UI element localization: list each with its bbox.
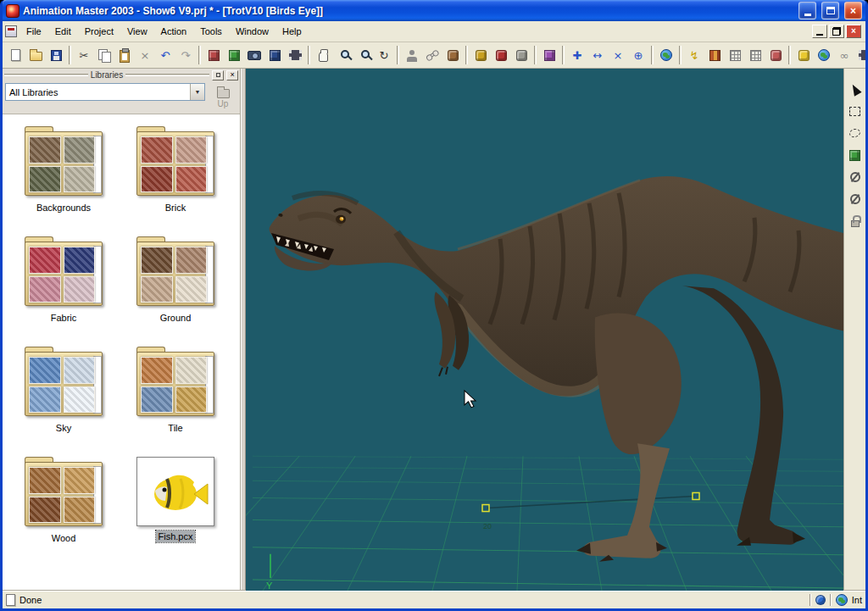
redo-button[interactable]: ↷ bbox=[175, 45, 196, 65]
up-button[interactable]: Up bbox=[209, 83, 237, 112]
muscle-mode-button[interactable] bbox=[422, 45, 442, 65]
light-tool-button[interactable] bbox=[793, 45, 814, 65]
child-minimize-button[interactable] bbox=[812, 25, 827, 38]
panel-pin-button[interactable] bbox=[212, 70, 224, 81]
library-item-tile[interactable]: Tile bbox=[125, 347, 226, 434]
paste-button[interactable] bbox=[114, 45, 135, 65]
scale-manipulator-button[interactable]: × bbox=[608, 45, 628, 65]
menu-item-file[interactable]: File bbox=[19, 24, 48, 39]
menu-item-tools[interactable]: Tools bbox=[193, 24, 229, 39]
grid-edit-button[interactable] bbox=[725, 45, 745, 65]
skeletal-mode-icon bbox=[407, 57, 417, 62]
copy-button[interactable] bbox=[94, 45, 114, 65]
child-restore-button[interactable] bbox=[829, 25, 844, 38]
film-tool-button[interactable] bbox=[854, 45, 865, 65]
save-project-button[interactable] bbox=[46, 45, 66, 65]
rotate-widget-button[interactable] bbox=[845, 167, 865, 187]
simulate-button[interactable]: ↯ bbox=[684, 45, 704, 65]
setup-tool-button[interactable] bbox=[470, 45, 491, 65]
viewport[interactable]: 20 Y bbox=[246, 69, 843, 591]
new-project-button[interactable] bbox=[5, 45, 25, 65]
panel-close-button[interactable]: × bbox=[226, 70, 238, 81]
combo-dropdown-icon[interactable]: ▼ bbox=[190, 84, 204, 100]
render-mode-button[interactable] bbox=[539, 45, 559, 65]
child-close-button[interactable]: × bbox=[846, 25, 861, 38]
library-item-label: Brick bbox=[163, 202, 188, 214]
world-view-button[interactable] bbox=[656, 45, 676, 65]
menu-item-view[interactable]: View bbox=[120, 24, 154, 39]
delete-button[interactable]: × bbox=[135, 45, 155, 65]
bones-mode-button[interactable] bbox=[442, 45, 463, 65]
close-button[interactable]: × bbox=[844, 2, 862, 19]
pan-tool-icon bbox=[319, 52, 328, 62]
folder-up-icon bbox=[217, 89, 230, 98]
viewport-canvas[interactable]: 20 Y bbox=[246, 69, 843, 591]
repair-tool-icon bbox=[496, 50, 507, 61]
library-item-fabric[interactable]: Fabric bbox=[13, 236, 114, 324]
texture-thumbnail bbox=[175, 357, 208, 384]
compass-button[interactable]: ✚ bbox=[567, 45, 587, 65]
menu-item-edit[interactable]: Edit bbox=[48, 24, 78, 39]
library-item-backgrounds[interactable]: Backgrounds bbox=[13, 126, 114, 214]
level-tool-button[interactable] bbox=[765, 45, 786, 65]
texture-thumbnail bbox=[175, 386, 208, 414]
translate-manipulator-icon: ↔ bbox=[593, 50, 603, 61]
view-bars-button[interactable] bbox=[285, 45, 305, 65]
lock-tool-button[interactable] bbox=[845, 211, 865, 231]
library-item-wood[interactable]: Wood bbox=[13, 457, 114, 544]
title-bar[interactable]: Animation Master 2003 - Show6 V9.prj * -… bbox=[3, 0, 865, 21]
texture-thumbnail bbox=[64, 276, 96, 303]
select-arrow-button[interactable] bbox=[845, 79, 865, 99]
simulate-icon: ↯ bbox=[690, 50, 699, 61]
group-select-button[interactable] bbox=[845, 145, 865, 165]
rotate-manipulator-button[interactable]: ⊕ bbox=[628, 45, 648, 65]
world-view-icon bbox=[660, 49, 672, 61]
stamp-tool-button[interactable] bbox=[511, 45, 531, 65]
y-axis-label: Y bbox=[266, 580, 273, 591]
repair-tool-button[interactable] bbox=[491, 45, 511, 65]
open-project-button[interactable] bbox=[25, 45, 46, 65]
undo-button[interactable]: ↶ bbox=[155, 45, 175, 65]
scale-widget-button[interactable] bbox=[845, 189, 865, 209]
library-item-ground[interactable]: Ground bbox=[125, 236, 226, 324]
menu-item-window[interactable]: Window bbox=[229, 24, 275, 39]
cut-button[interactable]: ✂ bbox=[74, 45, 94, 65]
library-item-fish-pcx[interactable]: Fish.pcx bbox=[125, 457, 226, 544]
status-separator bbox=[810, 594, 811, 606]
zoom-section-button[interactable] bbox=[353, 45, 374, 65]
folder-thumbnails bbox=[29, 357, 95, 413]
menu-item-action[interactable]: Action bbox=[154, 24, 194, 39]
choreography-window-button[interactable] bbox=[224, 45, 244, 65]
menu-item-help[interactable]: Help bbox=[275, 24, 309, 39]
birds-eye-view-icon bbox=[270, 50, 281, 61]
grid-snap-button[interactable] bbox=[745, 45, 765, 65]
menu-item-project[interactable]: Project bbox=[78, 24, 120, 39]
modeling-window-button[interactable] bbox=[203, 45, 224, 65]
film-tool-icon bbox=[859, 50, 866, 60]
app-window: Animation Master 2003 - Show6 V9.prj * -… bbox=[0, 0, 868, 611]
texture-thumbnail bbox=[64, 497, 96, 524]
maximize-button[interactable] bbox=[821, 2, 839, 19]
minimize-button[interactable] bbox=[798, 2, 816, 19]
library-filter-combo[interactable]: All Libraries ▼ bbox=[5, 83, 205, 101]
internet-tool-button[interactable] bbox=[814, 45, 834, 65]
turn-tool-button[interactable]: ↻ bbox=[374, 45, 394, 65]
library-item-brick[interactable]: Brick bbox=[125, 126, 226, 214]
library-item-sky[interactable]: Sky bbox=[13, 347, 114, 434]
skeletal-mode-button[interactable] bbox=[402, 45, 422, 65]
zoom-tool-button[interactable] bbox=[333, 45, 353, 65]
select-arrow-icon bbox=[849, 82, 861, 96]
close-icon: × bbox=[850, 5, 856, 17]
document-icon[interactable] bbox=[5, 25, 17, 37]
library-books-button[interactable] bbox=[704, 45, 725, 65]
new-project-icon bbox=[11, 49, 20, 61]
lasso-select-button[interactable] bbox=[845, 123, 865, 143]
camera-view-button[interactable] bbox=[244, 45, 264, 65]
birds-eye-view-button[interactable] bbox=[264, 45, 285, 65]
compass-icon: ✚ bbox=[573, 50, 582, 61]
marquee-select-button[interactable] bbox=[845, 101, 865, 121]
caption-groove bbox=[4, 74, 88, 76]
translate-manipulator-button[interactable]: ↔ bbox=[587, 45, 608, 65]
link-tool-button[interactable]: ∞ bbox=[834, 45, 854, 65]
pan-tool-button[interactable] bbox=[313, 45, 333, 65]
